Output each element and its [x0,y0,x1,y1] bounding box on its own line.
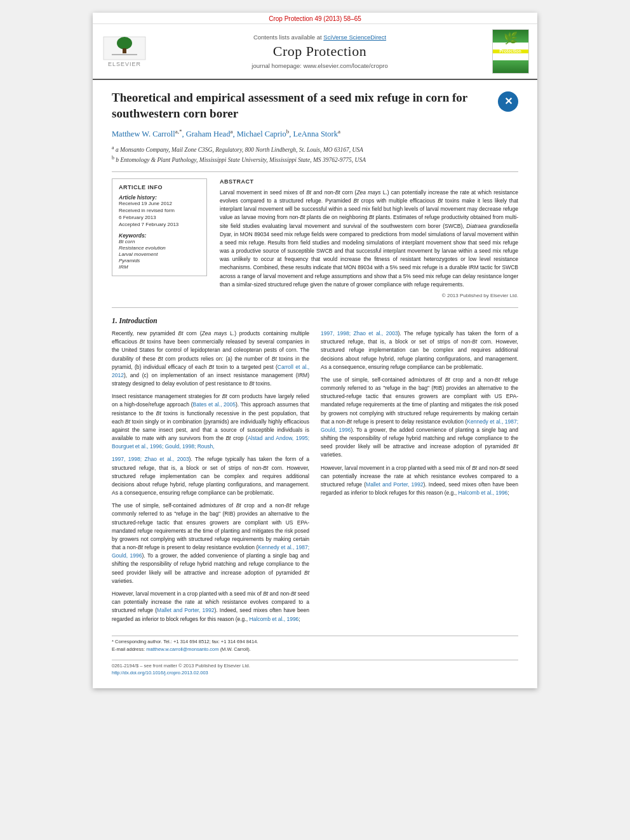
keyword-4: Pyramids [119,258,200,263]
journal-header: ELSEVIER Contents lists available at Sci… [93,24,537,80]
journal-citation-bar: Crop Protection 49 (2013) 58–65 [93,13,537,24]
abstract-col: ABSTRACT Larval movement in seed mixes o… [220,178,518,298]
authors-line: Matthew W. Carrolla,*, Graham Heada, Mic… [112,128,518,140]
abstract-title: ABSTRACT [220,178,518,185]
svg-rect-2 [123,48,126,53]
section-1-heading: 1. Introduction [112,317,518,324]
publisher-logo-area: ELSEVIER [99,29,150,74]
email-link[interactable]: matthew.w.carroll@monsanto.com [146,646,218,652]
author-carroll: Matthew W. Carroll [112,130,175,139]
keyword-3: Larval movement [119,251,200,257]
affiliations: a a Monsanto Company, Mail Zone C3SG, Re… [112,144,518,165]
article-info-box: ARTICLE INFO Article history: Received 1… [112,178,207,276]
abstract-section: ABSTRACT Larval movement in seed mixes o… [220,178,518,298]
intro-para-3-left: 1997, 1998; Zhao et al., 2003). The refu… [112,455,309,497]
intro-right-para-3: However, larval movement in a crop plant… [321,464,518,498]
author-head: Graham Head [186,130,231,139]
journal-title-area: Contents lists available at SciVerse Sci… [156,29,483,74]
intro-right-col: 1997, 1998; Zhao et al., 2003). The refu… [321,330,518,628]
keywords-label: Keywords: [119,232,200,239]
intro-para-5-left: However, larval movement in a crop plant… [112,590,309,623]
article-info-title: ARTICLE INFO [119,184,200,190]
revised-date: Received in revised form [119,208,200,213]
intro-right-para-1: 1997, 1998; Zhao et al., 2003). The refu… [321,330,518,371]
journal-citation-text: Crop Protection 49 (2013) 58–65 [269,15,361,22]
received-date: Received 19 June 2012 [119,201,200,206]
info-abstract-section: ARTICLE INFO Article history: Received 1… [112,178,518,298]
doi-line: http://dx.doi.org/10.1016/j.cropro.2013.… [112,670,518,676]
sciverse-prefix: Contents lists available at [253,34,323,41]
header-divider [112,171,518,172]
body-divider [112,307,518,308]
sciverse-link[interactable]: SciVerse ScienceDirect [323,34,386,41]
issn-line: 0261-2194/$ – see front matter © 2013 Pu… [112,663,518,669]
article-title-text: Theoretical and empirical assessment of … [112,90,492,121]
badge-label: CropProtection [499,44,521,53]
revised-date-value: 6 February 2013 [119,215,200,220]
keyword-1: Bt corn [119,239,200,244]
journal-homepage-url: journal homepage: www.elsevier.com/locat… [156,62,483,69]
crossmark-icon: ✕ [504,95,513,109]
crop-protection-badge-icon: 🌿 CropProtection [492,29,529,74]
article-content: Theoretical and empirical assessment of … [93,80,537,688]
crossmark-badge[interactable]: ✕ [498,91,518,112]
leaf-icon: 🌿 [504,32,518,44]
bottom-bar: 0261-2194/$ – see front matter © 2013 Pu… [112,660,518,676]
accepted-date: Accepted 7 February 2013 [119,222,200,227]
author-caprio: Michael Caprio [237,130,286,139]
intro-left-col: Recently, new pyramided Bt corn (Zea may… [112,330,309,628]
intro-para-2: Insect resistance management strategies … [112,392,309,451]
svg-point-1 [117,37,132,50]
article-title-area: Theoretical and empirical assessment of … [112,90,518,121]
journal-title: Crop Protection [156,43,483,60]
elsevier-logo-icon [102,36,147,61]
article-history-label: Article history: [119,194,200,201]
intro-right-para-2: The use of simple, self-contained admixt… [321,376,518,460]
footnote-corresponding: * Corresponding author. Tel.: +1 314 694… [112,639,518,646]
copyright-line: © 2013 Published by Elsevier Ltd. [220,293,518,298]
keywords-section: Keywords: Bt corn Resistance evolution L… [119,232,200,270]
abstract-text: Larval movement in seed mixes of Bt and … [220,189,518,289]
sciverse-availability: Contents lists available at SciVerse Sci… [156,34,483,41]
affiliation-b: b b Entomology & Plant Pathology, Missis… [112,154,518,164]
author-stork: LeAnna Stork [293,130,338,139]
keyword-2: Resistance evolution [119,245,200,251]
doi-link[interactable]: http://dx.doi.org/10.1016/j.cropro.2013.… [112,670,208,676]
intro-para-4-left: The use of simple, self-contained admixt… [112,502,309,585]
elsevier-wordmark: ELSEVIER [108,61,141,67]
keyword-5: IRM [119,264,200,270]
article-page: Crop Protection 49 (2013) 58–65 ELSEVIER… [93,13,537,688]
affiliation-a: a a Monsanto Company, Mail Zone C3SG, Re… [112,144,518,154]
footnote-email: E-mail address: matthew.w.carroll@monsan… [112,646,518,653]
journal-badge-area: 🌿 CropProtection [490,29,531,74]
footnote-section: * Corresponding author. Tel.: +1 314 694… [112,636,518,653]
intro-para-1: Recently, new pyramided Bt corn (Zea may… [112,330,309,388]
article-info-col: ARTICLE INFO Article history: Received 1… [112,178,207,298]
intro-body-cols: Recently, new pyramided Bt corn (Zea may… [112,330,518,628]
